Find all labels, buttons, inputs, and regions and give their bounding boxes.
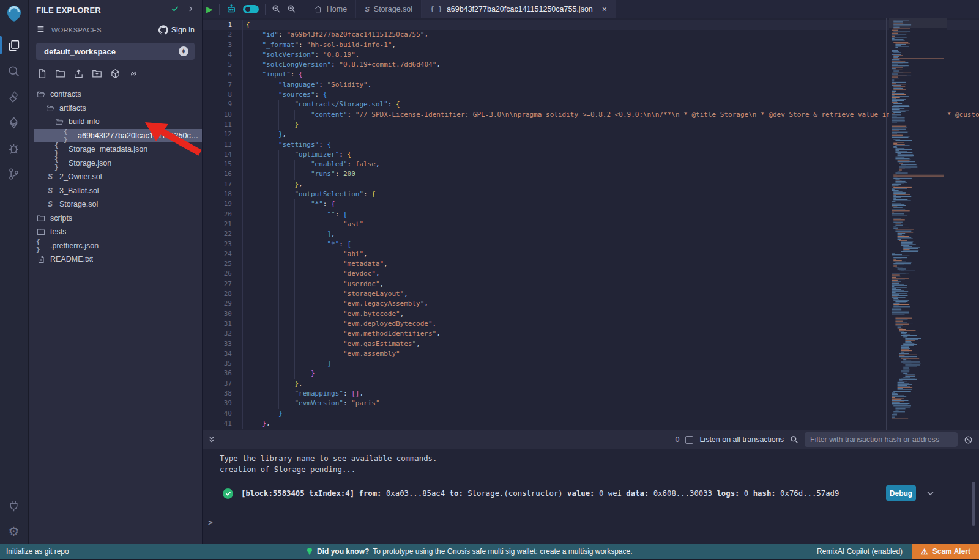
tree-item-tests[interactable]: tests <box>29 225 202 239</box>
code-line[interactable]: 26 "devdoc", <box>203 269 979 279</box>
terminal-collapse-icon[interactable] <box>207 435 216 444</box>
transaction-log-row[interactable]: [block:5583405 txIndex:4] from: 0xa03...… <box>203 484 979 503</box>
clear-console-icon[interactable] <box>964 435 973 444</box>
search-nav[interactable] <box>0 58 28 84</box>
upload-file-icon[interactable] <box>73 68 84 81</box>
tab-a69b43f277ba20fcac141151250ca755-json[interactable]: { }a69b43f277ba20fcac141151250ca755.json… <box>422 0 616 18</box>
code-line[interactable]: 33 "evm.gasEstimates", <box>203 339 979 349</box>
debugger-nav[interactable] <box>0 135 28 161</box>
code-line[interactable]: 22 ], <box>203 229 979 239</box>
code-line[interactable]: 24 "abi", <box>203 249 979 259</box>
close-tab-icon[interactable]: × <box>602 4 607 14</box>
tree-item-2-owner-sol[interactable]: S2_Owner.sol <box>29 170 202 184</box>
code-line[interactable]: 31 "evm.deployedBytecode", <box>203 319 979 329</box>
tree-item-artifacts[interactable]: artifacts <box>29 101 202 116</box>
git-nav[interactable] <box>0 161 28 186</box>
code-text: } <box>246 409 283 419</box>
hamburger-menu-icon[interactable] <box>36 24 45 35</box>
tab-home[interactable]: Home <box>305 0 356 18</box>
code-line[interactable]: 5 "solcLongVersion": "0.8.19+commit.7dd6… <box>203 60 979 70</box>
upload-folder-icon[interactable] <box>92 68 102 81</box>
terminal-prompt[interactable]: > <box>208 518 213 527</box>
code-line[interactable]: 34 "evm.assembly" <box>203 349 979 359</box>
tree-item-storage-metadata-json[interactable]: { }Storage_metadata.json <box>29 142 202 157</box>
deploy-run-nav[interactable] <box>0 109 28 135</box>
code-line[interactable]: 6 "input": { <box>203 70 979 79</box>
git-init-button[interactable]: Initialize as git repo <box>0 547 69 556</box>
code-line[interactable]: 15 "enabled": false, <box>203 160 979 169</box>
code-line[interactable]: 21 "ast" <box>203 219 979 229</box>
code-line[interactable]: 28 "storageLayout", <box>203 289 979 299</box>
code-line[interactable]: 40 } <box>203 409 979 419</box>
code-line[interactable]: 2 "id": "a69b43f277ba20fcac141151250ca75… <box>203 30 979 40</box>
code-line[interactable]: 41 }, <box>203 419 979 429</box>
plugin-manager-nav[interactable] <box>0 493 28 518</box>
new-folder-icon[interactable] <box>55 68 65 81</box>
code-line[interactable]: 35 ] <box>203 359 979 369</box>
listen-all-checkbox[interactable] <box>685 436 693 444</box>
code-line[interactable]: 4 "solcVersion": "0.8.19", <box>203 50 979 60</box>
code-line[interactable]: 39 "evmVersion": "paris" <box>203 399 979 408</box>
copilot-toggle[interactable] <box>243 5 259 13</box>
code-line[interactable]: 14 "optimizer": { <box>203 150 979 160</box>
code-line[interactable]: 25 "metadata", <box>203 259 979 269</box>
code-line[interactable]: 16 "runs": 200 <box>203 169 979 179</box>
code-line[interactable]: 20 "": [ <box>203 210 979 219</box>
tree-item-readme-txt[interactable]: README.txt <box>29 252 202 267</box>
code-line[interactable]: 36 } <box>203 369 979 378</box>
expand-transaction-icon[interactable] <box>926 488 935 500</box>
debug-button[interactable]: Debug <box>886 485 916 501</box>
ipfs-box-icon[interactable] <box>110 68 121 81</box>
terminal-scrollbar[interactable] <box>972 482 975 526</box>
remix-logo[interactable] <box>4 4 24 24</box>
tree-item-storage-json[interactable]: { }Storage.json <box>29 157 202 171</box>
file-explorer-nav[interactable] <box>0 32 28 58</box>
chevron-right-icon[interactable] <box>187 4 195 15</box>
check-icon[interactable] <box>171 4 179 15</box>
code-line[interactable]: 23 "*": [ <box>203 240 979 249</box>
code-line[interactable]: 38 "remappings": [], <box>203 389 979 399</box>
code-line[interactable]: 18 "outputSelection": { <box>203 190 979 199</box>
code-line[interactable]: 32 "evm.methodIdentifiers", <box>203 329 979 339</box>
zoom-in-icon[interactable] <box>287 4 296 13</box>
solidity-compiler-nav[interactable] <box>0 84 28 109</box>
scam-alert-button[interactable]: ⚠ Scam Alert <box>912 544 979 559</box>
new-file-icon[interactable] <box>37 68 47 81</box>
zoom-out-icon[interactable] <box>272 4 281 13</box>
code-line[interactable]: 13 "settings": { <box>203 140 979 150</box>
code-line[interactable]: 27 "userdoc", <box>203 279 979 289</box>
folder-open-icon <box>54 117 64 126</box>
code-line[interactable]: 3 "_format": "hh-sol-build-info-1", <box>203 40 979 50</box>
code-line[interactable]: 29 "evm.legacyAssembly", <box>203 299 979 309</box>
code-line[interactable]: 30 "evm.bytecode", <box>203 309 979 319</box>
settings-nav[interactable]: ⚙ <box>0 518 28 544</box>
tree-item-contracts[interactable]: contracts <box>29 87 202 101</box>
code-text: "runs": 200 <box>246 169 355 179</box>
code-line[interactable]: 37 }, <box>203 379 979 389</box>
code-line[interactable]: 12 }, <box>203 130 979 139</box>
code-line[interactable]: 10 "content": "// SPDX-License-Identifie… <box>203 110 979 120</box>
tree-item--prettierrc-json[interactable]: { }.prettierrc.json <box>29 239 202 253</box>
run-script-button[interactable]: ▶ <box>206 4 213 14</box>
code-line[interactable]: 7 "language": "Solidity", <box>203 80 979 90</box>
code-line[interactable]: 9 "contracts/Storage.sol": { <box>203 100 979 109</box>
tree-item-storage-sol[interactable]: SStorage.sol <box>29 197 202 212</box>
tab-storage-sol[interactable]: SStorage.sol <box>356 0 422 18</box>
code-line[interactable]: 19 "*": { <box>203 199 979 209</box>
transaction-filter-input[interactable] <box>805 432 958 447</box>
workspace-select[interactable]: default_workspace ▲▼ <box>36 43 195 60</box>
link-icon[interactable] <box>128 68 139 81</box>
github-sign-in-button[interactable]: Sign in <box>158 25 195 35</box>
copilot-status[interactable]: RemixAI Copilot (enabled) <box>817 547 912 556</box>
tree-item-build-info[interactable]: build-info <box>29 115 202 129</box>
tree-item-a69b43f277ba20fcac141151250ca7-[interactable]: { }a69b43f277ba20fcac141151250ca7... <box>34 129 202 143</box>
code-line[interactable]: 1{ <box>203 20 979 30</box>
code-editor[interactable]: 1{2 "id": "a69b43f277ba20fcac141151250ca… <box>203 18 979 430</box>
remix-ai-robot-icon[interactable] <box>226 4 237 15</box>
code-line[interactable]: 17 }, <box>203 180 979 190</box>
minimap[interactable] <box>889 18 947 422</box>
code-line[interactable]: 11 } <box>203 120 979 130</box>
tree-item-3-ballot-sol[interactable]: S3_Ballot.sol <box>29 184 202 198</box>
tree-item-scripts[interactable]: scripts <box>29 212 202 226</box>
code-line[interactable]: 8 "sources": { <box>203 90 979 100</box>
